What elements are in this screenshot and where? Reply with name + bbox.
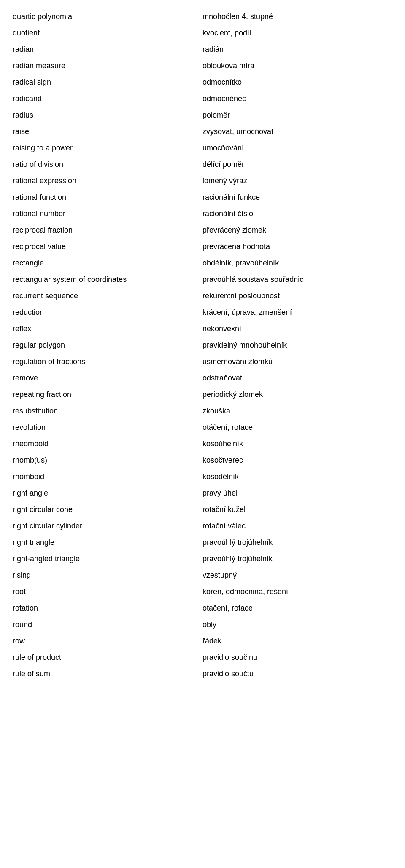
table-row: reflexnekonvexní: [13, 321, 392, 337]
english-term: rule of sum: [13, 666, 202, 682]
english-term: quotient: [13, 25, 202, 41]
table-row: radiuspoloměr: [13, 107, 392, 123]
table-row: right anglepravý úhel: [13, 485, 392, 501]
table-row: rectangleobdélník, pravoúhelník: [13, 255, 392, 271]
english-term: rectangular system of coordinates: [13, 271, 202, 288]
table-row: rootkořen, odmocnina, řešení: [13, 584, 392, 600]
table-row: reductionkrácení, úprava, zmenšení: [13, 304, 392, 321]
english-term: raise: [13, 123, 202, 140]
table-row: right-angled trianglepravoúhlý trojúheln…: [13, 551, 392, 567]
table-row: radianradián: [13, 41, 392, 58]
english-term: revolution: [13, 419, 202, 436]
table-row: rational numberracionální číslo: [13, 206, 392, 222]
czech-term: pravoúhlý trojúhelník: [202, 534, 392, 551]
table-row: rational functionracionální funkce: [13, 189, 392, 206]
english-term: reflex: [13, 321, 202, 337]
table-row: right trianglepravoúhlý trojúhelník: [13, 534, 392, 551]
english-term: regulation of fractions: [13, 354, 202, 370]
czech-term: řádek: [202, 633, 392, 649]
czech-term: převrácený zlomek: [202, 222, 392, 238]
english-term: rational function: [13, 189, 202, 206]
table-row: repeating fractionperiodický zlomek: [13, 386, 392, 403]
english-term: remove: [13, 370, 202, 386]
english-term: ratio of division: [13, 156, 202, 173]
english-term: radius: [13, 107, 202, 123]
english-term: reciprocal value: [13, 238, 202, 255]
czech-term: rotační válec: [202, 518, 392, 534]
english-term: rule of product: [13, 649, 202, 666]
english-term: radical sign: [13, 74, 202, 91]
czech-term: kořen, odmocnina, řešení: [202, 584, 392, 600]
czech-term: odstraňovat: [202, 370, 392, 386]
table-row: rhomb(us)kosočtverec: [13, 452, 392, 469]
czech-term: otáčení, rotace: [202, 419, 392, 436]
english-term: right triangle: [13, 534, 202, 551]
english-term: rational expression: [13, 173, 202, 189]
table-row: roundoblý: [13, 616, 392, 633]
czech-term: nekonvexní: [202, 321, 392, 337]
english-term: right circular cone: [13, 501, 202, 518]
table-row: quotientkvocient, podíl: [13, 25, 392, 41]
czech-term: mnohočlen 4. stupně: [202, 8, 392, 25]
english-term: row: [13, 633, 202, 649]
czech-term: periodický zlomek: [202, 386, 392, 403]
table-row: reciprocal valuepřevrácená hodnota: [13, 238, 392, 255]
table-row: radian measureoblouková míra: [13, 58, 392, 74]
english-term: recurrent sequence: [13, 288, 202, 304]
english-term: rotation: [13, 600, 202, 616]
czech-term: zkouška: [202, 403, 392, 419]
czech-term: oblouková míra: [202, 58, 392, 74]
english-term: root: [13, 584, 202, 600]
czech-term: pravoúhlá soustava souřadnic: [202, 271, 392, 288]
czech-term: odmocněnec: [202, 91, 392, 107]
czech-term: pravidlo součinu: [202, 649, 392, 666]
table-row: rotationotáčení, rotace: [13, 600, 392, 616]
czech-term: poloměr: [202, 107, 392, 123]
table-row: revolutionotáčení, rotace: [13, 419, 392, 436]
table-row: right circular cylinderrotační válec: [13, 518, 392, 534]
english-term: radian measure: [13, 58, 202, 74]
table-row: resubstitutionzkouška: [13, 403, 392, 419]
czech-term: racionální funkce: [202, 189, 392, 206]
table-row: ratio of divisiondělící poměr: [13, 156, 392, 173]
czech-term: usměrňování zlomků: [202, 354, 392, 370]
czech-term: kosodélník: [202, 469, 392, 485]
table-row: rule of productpravidlo součinu: [13, 649, 392, 666]
table-row: rectangular system of coordinatespravoúh…: [13, 271, 392, 288]
english-term: resubstitution: [13, 403, 202, 419]
czech-term: pravý úhel: [202, 485, 392, 501]
english-term: rheomboid: [13, 436, 202, 452]
table-row: recurrent sequencerekurentní posloupnost: [13, 288, 392, 304]
czech-term: rotační kužel: [202, 501, 392, 518]
czech-term: oblý: [202, 616, 392, 633]
czech-term: kosoúhelník: [202, 436, 392, 452]
czech-term: obdélník, pravoúhelník: [202, 255, 392, 271]
czech-term: odmocnítko: [202, 74, 392, 91]
english-term: rising: [13, 567, 202, 584]
table-row: risingvzestupný: [13, 567, 392, 584]
czech-term: kvocient, podíl: [202, 25, 392, 41]
czech-term: vzestupný: [202, 567, 392, 584]
table-row: reciprocal fractionpřevrácený zlomek: [13, 222, 392, 238]
table-row: removeodstraňovat: [13, 370, 392, 386]
dictionary-table: quartic polynomialmnohočlen 4. stupněquo…: [13, 8, 392, 682]
table-row: rhomboidkosodélník: [13, 469, 392, 485]
table-row: rowřádek: [13, 633, 392, 649]
czech-term: pravoúhlý trojúhelník: [202, 551, 392, 567]
czech-term: převrácená hodnota: [202, 238, 392, 255]
english-term: radian: [13, 41, 202, 58]
table-row: rational expressionlomený výraz: [13, 173, 392, 189]
english-term: round: [13, 616, 202, 633]
english-term: rhomboid: [13, 469, 202, 485]
table-row: right circular conerotační kužel: [13, 501, 392, 518]
english-term: right circular cylinder: [13, 518, 202, 534]
english-term: regular polygon: [13, 337, 202, 354]
czech-term: otáčení, rotace: [202, 600, 392, 616]
czech-term: umocňování: [202, 140, 392, 156]
table-row: rheomboidkosoúhelník: [13, 436, 392, 452]
english-term: reduction: [13, 304, 202, 321]
english-term: raising to a power: [13, 140, 202, 156]
table-row: raisezvyšovat, umocňovat: [13, 123, 392, 140]
table-row: raising to a powerumocňování: [13, 140, 392, 156]
table-row: quartic polynomialmnohočlen 4. stupně: [13, 8, 392, 25]
